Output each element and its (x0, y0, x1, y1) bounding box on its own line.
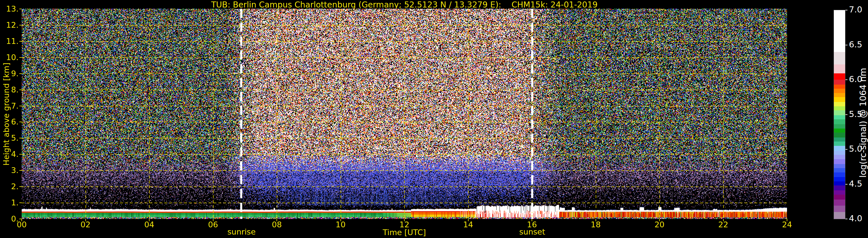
x-tick-label: 20 (646, 220, 673, 229)
colorbar-segment (834, 102, 845, 106)
y-tick-label: 12. (0, 21, 19, 30)
colorbar-segment (834, 73, 845, 80)
y-tick-mark (20, 106, 22, 106)
colorbar-segment (834, 97, 845, 102)
y-tick-mark (20, 219, 22, 219)
y-tick-mark (20, 138, 22, 138)
colorbar-tick-label: 5.5 (849, 109, 868, 119)
y-tick-label: 5. (0, 133, 19, 142)
y-tick-label: 13. (0, 4, 19, 13)
colorbar-segment (834, 89, 845, 93)
colorbar-tick-mark (845, 219, 847, 219)
colorbar-segment (834, 10, 845, 52)
colorbar-segment (834, 164, 845, 168)
colorbar-segment (834, 177, 845, 181)
y-tick-mark (20, 90, 22, 90)
y-tick-mark (20, 57, 22, 58)
backscatter-heatmap-canvas (22, 9, 787, 219)
colorbar-segment (834, 110, 845, 115)
y-tick-label: 4. (0, 149, 19, 159)
colorbar-segment (834, 200, 845, 206)
y-tick-label: 3. (0, 166, 19, 175)
colorbar-tick-label: 4.5 (849, 179, 868, 189)
colorbar-tick-mark (845, 184, 847, 184)
y-tick-mark (20, 186, 22, 187)
colorbar-segment (834, 119, 845, 124)
colorbar-segment (834, 185, 845, 190)
y-tick-label: 9. (0, 69, 19, 78)
colorbar-segment (834, 124, 845, 128)
figure-title: TUB: Berlin Campus Charlottenburg (Germa… (22, 0, 787, 9)
x-tick-label: 06 (200, 220, 226, 229)
y-tick-label: 1. (0, 198, 19, 207)
colorbar-segment (834, 115, 845, 119)
colorbar-segment (834, 146, 845, 151)
y-tick-label: 8. (0, 85, 19, 94)
colorbar-segment (834, 155, 845, 159)
colorbar-segment (834, 206, 845, 212)
colorbar-segment (834, 172, 845, 177)
y-tick-mark (20, 73, 22, 74)
x-tick-label: 16 (519, 220, 545, 229)
y-tick-mark (20, 202, 22, 203)
colorbar (834, 10, 845, 219)
x-axis-label: Time [UTC] (375, 228, 433, 237)
colorbar-segment (834, 190, 845, 194)
colorbar-tick-mark (845, 114, 847, 115)
y-tick-label: 11. (0, 37, 19, 46)
colorbar-tick-mark (845, 45, 847, 45)
colorbar-segment (834, 195, 845, 200)
x-tick-label: 14 (455, 220, 481, 229)
colorbar-segment (834, 133, 845, 137)
colorbar-segment (834, 129, 845, 133)
y-tick-mark (20, 154, 22, 155)
y-tick-label: 10. (0, 53, 19, 62)
colorbar-segment (834, 93, 845, 97)
x-tick-label: 24 (774, 220, 800, 229)
colorbar-segment (834, 168, 845, 172)
colorbar-segment (834, 80, 845, 84)
colorbar-tick-label: 7.0 (849, 5, 868, 14)
colorbar-tick-mark (845, 149, 847, 149)
colorbar-tick-label: 6.5 (849, 40, 868, 49)
y-tick-mark (20, 170, 22, 171)
colorbar-tick-label: 4.0 (849, 214, 868, 223)
y-tick-label: 6. (0, 117, 19, 126)
colorbar-segment (834, 159, 845, 164)
colorbar-segment (834, 151, 845, 155)
colorbar-label: log(rc-signal) @ 1064 nm (858, 68, 868, 178)
y-tick-label: 0. (0, 214, 19, 223)
colorbar-segment (834, 212, 845, 219)
ceilometer-quicklook-figure: TUB: Berlin Campus Charlottenburg (Germa… (0, 0, 868, 238)
colorbar-tick-mark (845, 10, 847, 10)
x-tick-label: 18 (583, 220, 609, 229)
y-tick-mark (20, 25, 22, 26)
colorbar-segment (834, 84, 845, 89)
y-tick-mark (20, 122, 22, 122)
y-tick-label: 7. (0, 101, 19, 110)
colorbar-segment (834, 137, 845, 141)
colorbar-tick-label: 6.0 (849, 74, 868, 84)
y-tick-mark (20, 41, 22, 42)
x-tick-label: 12 (391, 220, 417, 229)
colorbar-segment (834, 106, 845, 110)
x-tick-label: 02 (72, 220, 99, 229)
y-tick-mark (20, 9, 22, 9)
colorbar-segment (834, 181, 845, 185)
colorbar-tick-label: 5.0 (849, 144, 868, 154)
x-tick-label: 10 (328, 220, 354, 229)
colorbar-segment (834, 64, 845, 73)
x-tick-label: 22 (710, 220, 736, 229)
x-tick-label: 08 (264, 220, 290, 229)
colorbar-tick-mark (845, 79, 847, 80)
x-tick-label: 04 (136, 220, 162, 229)
colorbar-segment (834, 141, 845, 145)
colorbar-segment (834, 52, 845, 64)
y-tick-label: 2. (0, 182, 19, 191)
